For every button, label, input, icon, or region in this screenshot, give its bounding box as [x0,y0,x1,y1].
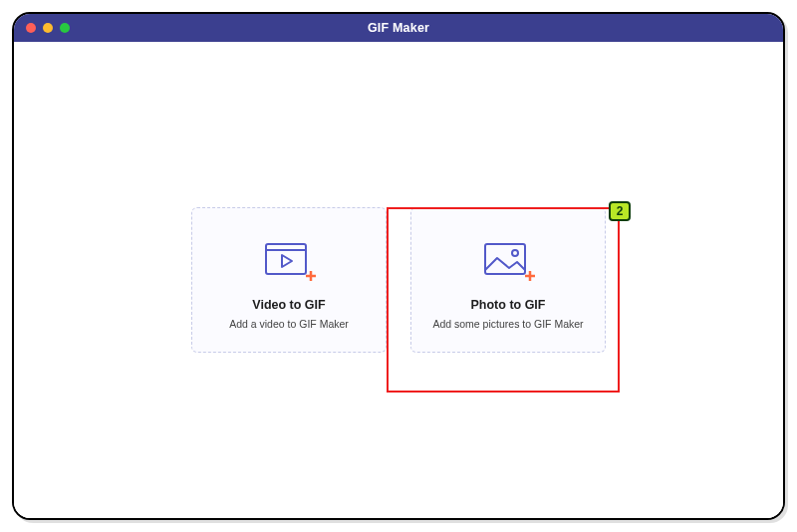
photo-to-gif-card[interactable]: Photo to GIF Add some pictures to GIF Ma… [410,207,606,353]
main-content: Video to GIF Add a video to GIF Maker Ph… [14,42,783,518]
svg-rect-5 [485,244,525,274]
annotation-step-badge: 2 [609,201,631,221]
photo-plus-icon [479,232,537,292]
titlebar: GIF Maker [14,14,783,42]
window-title: GIF Maker [14,21,783,35]
video-to-gif-card[interactable]: Video to GIF Add a video to GIF Maker [191,207,387,353]
card-subtitle: Add a video to GIF Maker [229,318,349,330]
svg-marker-2 [282,255,292,267]
svg-point-6 [512,250,518,256]
card-title: Video to GIF [252,298,325,312]
card-subtitle: Add some pictures to GIF Maker [432,318,583,330]
video-plus-icon [260,232,318,292]
app-window: GIF Maker Video to GIF Add a video to GI… [12,12,785,520]
svg-rect-0 [266,244,306,274]
card-title: Photo to GIF [471,298,546,312]
